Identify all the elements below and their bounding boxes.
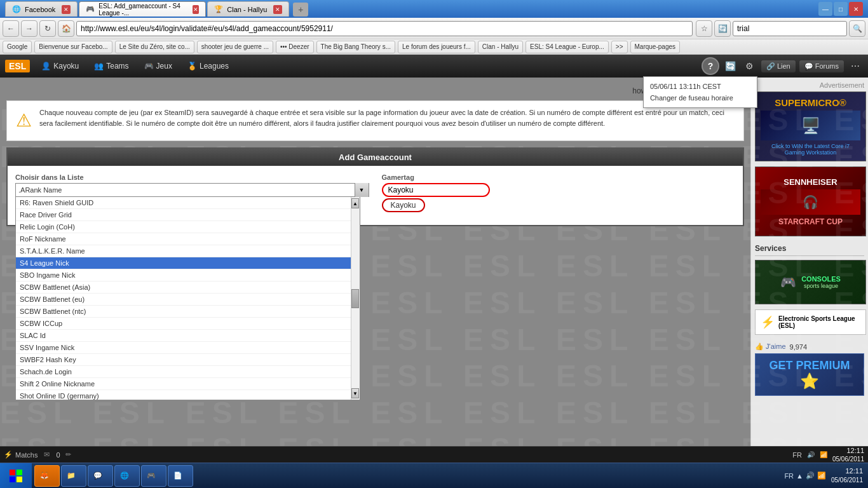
dropdown-wrapper: .ARank Name ▼ R6: Raven Shield GUID Race… bbox=[15, 183, 369, 197]
scroll-thumb[interactable] bbox=[351, 289, 359, 308]
scroll-down-arrow[interactable]: ▼ bbox=[351, 388, 359, 398]
taskbar-game[interactable]: 🎮 bbox=[141, 465, 166, 487]
dropdown-arrow[interactable]: ▼ bbox=[355, 183, 369, 197]
bookmark-shooter[interactable]: shooter jeu de guerre ... bbox=[197, 41, 273, 53]
bookmark-siteduzero[interactable]: Le Site du Zéro, site co... bbox=[115, 41, 194, 53]
dropdown-item-slac[interactable]: SLAC Id bbox=[16, 330, 360, 342]
start-button[interactable] bbox=[0, 463, 32, 489]
dropdown-scrollbar[interactable]: ▲ ▼ bbox=[351, 197, 360, 400]
bookmark-clan[interactable]: Clan - Hallyu bbox=[478, 41, 523, 53]
home-button[interactable]: 🏠 bbox=[58, 20, 74, 37]
bookmark-marque[interactable]: Marque-pages bbox=[630, 41, 680, 53]
dropdown-list[interactable]: R6: Raven Shield GUID Race Driver Grid R… bbox=[15, 197, 360, 400]
search-input[interactable] bbox=[733, 21, 847, 36]
dropdown-item-scbw-eu[interactable]: SCBW Battlenet (eu) bbox=[16, 294, 360, 306]
taskbar-date: 05/06/2011 bbox=[831, 476, 863, 485]
message-icon: ✉ bbox=[40, 451, 53, 459]
firefox-icon: 🦊 bbox=[40, 471, 49, 480]
esl-header: ESL 👤 Kayoku 👥 Teams 🎮 Jeux 🏅 Le bbox=[0, 55, 868, 78]
dropdown-item-sbo[interactable]: SBO Ingame Nick bbox=[16, 269, 360, 281]
svg-rect-1 bbox=[17, 470, 22, 475]
maximize-button[interactable]: □ bbox=[834, 2, 848, 16]
nav-leagues[interactable]: 🏅 Leagues bbox=[181, 59, 235, 73]
dropdown-item-rof[interactable]: RoF Nickname bbox=[16, 233, 360, 245]
dropdown-item-shift2[interactable]: Shift 2 Online Nickname bbox=[16, 378, 360, 390]
bookmark-facebook[interactable]: Bienvenue sur Facebo... bbox=[34, 41, 112, 53]
dropdown-item-ssv[interactable]: SSV Ingame Nick bbox=[16, 342, 360, 354]
nav-jeux[interactable]: 🎮 Jeux bbox=[138, 59, 179, 73]
back-button[interactable]: ← bbox=[3, 20, 19, 37]
bookmark-esl[interactable]: ESL: S4 League - Europ... bbox=[526, 41, 609, 53]
taskbar-pdf[interactable]: 📄 bbox=[168, 465, 193, 487]
nav-teams[interactable]: 👥 Teams bbox=[88, 59, 135, 73]
forums-icon: 💬 bbox=[804, 62, 813, 71]
minimize-button[interactable]: — bbox=[818, 2, 832, 16]
matchs-icon: ⚡ bbox=[4, 451, 13, 459]
taskbar-firefox[interactable]: 🦊 bbox=[34, 465, 60, 487]
gamertag-wrapper bbox=[382, 183, 490, 197]
header-right: ? 🔄 ⚙ 05/06/11 13:11h CEST Changer de fu… bbox=[702, 57, 863, 75]
gamertag-input[interactable] bbox=[382, 183, 490, 197]
tab-close-facebook[interactable]: ✕ bbox=[62, 5, 71, 14]
dropdown-item-scbw-iccup[interactable]: SCBW ICCup bbox=[16, 318, 360, 330]
lang-label: FR bbox=[792, 451, 802, 459]
lien-button[interactable]: 🔗 Lien bbox=[761, 60, 796, 72]
dropdown-header[interactable]: .ARank Name ▼ bbox=[15, 183, 369, 197]
dropdown-value: .ARank Name bbox=[16, 186, 355, 194]
network-icon: 📶 bbox=[820, 451, 827, 458]
tab-facebook[interactable]: 🌐 Facebook ✕ bbox=[5, 1, 78, 17]
tab-label-facebook: Facebook bbox=[25, 6, 55, 13]
tooltip-change-timezone[interactable]: Changer de fuseau horaire bbox=[650, 92, 750, 104]
bookmark-star[interactable]: ☆ bbox=[696, 20, 712, 37]
explorer-icon: 📁 bbox=[67, 471, 76, 480]
dropdown-item-schach[interactable]: Schach.de Login bbox=[16, 366, 360, 378]
page-body: ESL ESL ESL ESL ESL ESL ESL ESL ESL ESL … bbox=[0, 78, 868, 446]
refresh-icon[interactable]: 🔄 bbox=[723, 58, 738, 74]
dropdown-item-relic[interactable]: Relic Login (CoH) bbox=[16, 221, 360, 233]
esl-main-content: howto editer / Ajouter aux favoris ⚠ Cha… bbox=[0, 78, 750, 446]
warning-icon: ⚠ bbox=[16, 107, 32, 134]
bookmark-deezer[interactable]: ••• Deezer bbox=[276, 41, 314, 53]
new-tab-button[interactable]: + bbox=[293, 3, 308, 17]
tab-favicon-clan: 🏆 bbox=[214, 5, 223, 13]
address-bar[interactable] bbox=[76, 21, 693, 36]
settings-icon[interactable]: ⚙ bbox=[742, 58, 757, 74]
forward-button[interactable]: → bbox=[21, 20, 37, 37]
dropdown-item-scbw-ntc[interactable]: SCBW Battlenet (ntc) bbox=[16, 306, 360, 318]
dropdown-item-race[interactable]: Race Driver Grid bbox=[16, 209, 360, 221]
tab-close-esl[interactable]: ✕ bbox=[193, 5, 200, 14]
bookmark-forum[interactable]: Le forum des joueurs f... bbox=[398, 41, 475, 53]
message-count: 0 bbox=[56, 451, 60, 459]
dropdown-item-swbf2[interactable]: SWBF2 Hash Key bbox=[16, 354, 360, 366]
title-bar: 🌐 Facebook ✕ 🎮 ESL: Add_gameaccount - S4… bbox=[0, 0, 868, 18]
help-button[interactable]: ? bbox=[702, 57, 719, 75]
nav-kayoku[interactable]: 👤 Kayoku bbox=[35, 59, 85, 73]
reload-button[interactable]: ↻ bbox=[39, 20, 56, 37]
bookmark-more[interactable]: >> bbox=[611, 41, 628, 53]
more-icon[interactable]: ⋯ bbox=[848, 58, 863, 74]
bookmark-bigbang[interactable]: The Big Bang Theory s... bbox=[316, 41, 395, 53]
forums-button[interactable]: 💬 Forums bbox=[799, 60, 844, 72]
system-tray: FR ▲ 🔊 📶 bbox=[779, 471, 831, 480]
tab-esl[interactable]: 🎮 ESL: Add_gameaccount - S4 League -... … bbox=[79, 1, 206, 17]
tab-clan[interactable]: 🏆 Clan - Hallyu ✕ bbox=[207, 1, 289, 17]
dropdown-item-s4league[interactable]: S4 League Nick bbox=[16, 257, 360, 269]
warning-text: Chaque nouveau compte de jeu (par ex Ste… bbox=[39, 107, 735, 134]
close-button[interactable]: ✕ bbox=[849, 2, 863, 16]
taskbar-msn[interactable]: 🌐 bbox=[114, 465, 140, 487]
taskbar-explorer[interactable]: 📁 bbox=[61, 465, 86, 487]
taskbar-time: 12:11 05/06/2011 bbox=[831, 466, 868, 485]
browser-tabs: 🌐 Facebook ✕ 🎮 ESL: Add_gameaccount - S4… bbox=[5, 1, 816, 17]
scroll-up-arrow[interactable]: ▲ bbox=[351, 198, 359, 208]
dropdown-item-stalker[interactable]: S.T.A.L.K.E.R. Name bbox=[16, 245, 360, 257]
bookmark-google[interactable]: Google bbox=[3, 41, 32, 53]
lien-icon: 🔗 bbox=[766, 62, 775, 71]
dropdown-item-shot-de[interactable]: Shot Online ID (germany) bbox=[16, 390, 360, 400]
refresh-button[interactable]: 🔄 bbox=[714, 20, 731, 37]
tab-close-clan[interactable]: ✕ bbox=[273, 5, 282, 14]
dropdown-item-r6[interactable]: R6: Raven Shield GUID bbox=[16, 197, 360, 209]
dropdown-item-scbw-asia[interactable]: SCBW Battlenet (Asia) bbox=[16, 281, 360, 294]
search-button[interactable]: 🔍 bbox=[849, 20, 865, 37]
taskbar-skype[interactable]: 💬 bbox=[88, 465, 113, 487]
form-title: Add Gameaccount bbox=[8, 149, 743, 166]
